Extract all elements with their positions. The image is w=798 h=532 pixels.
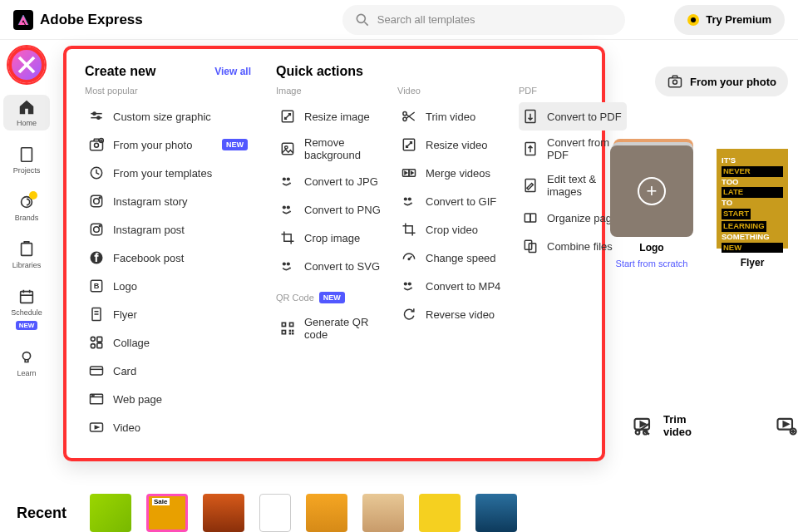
photo-icon	[88, 136, 105, 153]
menu-item-card[interactable]: Card	[85, 357, 251, 385]
nav-learn[interactable]: Learn	[3, 345, 50, 381]
create-menu-panel: Create new View all Most popular Custom …	[63, 46, 605, 461]
svg-point-25	[99, 225, 101, 227]
menu-item-convert-to-gif[interactable]: Convert to GIF	[397, 187, 505, 215]
share-video-icon	[775, 414, 798, 437]
brand-logo[interactable]: Adobe Express	[13, 10, 143, 30]
trim-video-tile[interactable]: Trim video	[632, 413, 708, 438]
logo-card[interactable]: + Logo Start from scratch	[610, 145, 693, 268]
view-all-link[interactable]: View all	[214, 66, 251, 77]
close-create-button[interactable]	[8, 47, 45, 83]
camera-icon	[667, 73, 683, 90]
pdffrom-icon	[522, 140, 539, 157]
svg-point-75	[404, 282, 407, 285]
brand-name: Adobe Express	[40, 12, 143, 28]
search-placeholder: Search all templates	[377, 13, 475, 26]
menu-item-instagram-story[interactable]: Instagram story	[85, 187, 251, 215]
recent-thumb[interactable]	[306, 494, 347, 532]
recent-thumb[interactable]	[475, 494, 517, 532]
share-video-tile[interactable]	[775, 413, 798, 438]
custom-icon	[88, 108, 105, 125]
nav-projects[interactable]: Projects	[3, 142, 50, 178]
app-header: Adobe Express Search all templates Try P…	[0, 0, 798, 40]
pdf-icon	[522, 108, 539, 125]
svg-rect-80	[525, 214, 530, 222]
svg-line-1	[364, 22, 367, 25]
recent-thumb[interactable]	[90, 494, 131, 532]
svg-point-22	[99, 197, 101, 199]
svg-rect-6	[22, 244, 32, 256]
menu-item-crop-video[interactable]: Crop video	[397, 215, 505, 244]
menu-item-facebook-post[interactable]: Facebook post	[85, 244, 251, 272]
menu-item-crop-image[interactable]: Crop image	[276, 224, 384, 252]
menu-item-convert-to-jpg[interactable]: Convert to JPG	[276, 167, 384, 195]
menu-item-custom-size-graphic[interactable]: Custom size graphic	[85, 102, 251, 131]
premium-icon	[687, 14, 699, 26]
menu-item-from-your-photo[interactable]: From your photoNEW	[85, 131, 251, 159]
menu-item-convert-to-png[interactable]: Convert to PNG	[276, 195, 384, 224]
menu-item-instagram-post[interactable]: Instagram post	[85, 215, 251, 244]
svg-point-49	[287, 205, 290, 209]
menu-item-remove-background[interactable]: Remove background	[276, 131, 384, 167]
menu-item-reverse-video[interactable]: Reverse video	[397, 300, 505, 328]
menu-item-collage[interactable]: Collage	[85, 328, 251, 357]
svg-rect-59	[292, 330, 294, 332]
menu-item-from-your-templates[interactable]: From your templates	[85, 159, 251, 187]
from-your-photo-button[interactable]: From your photo	[655, 66, 788, 96]
svg-marker-69	[405, 171, 407, 174]
menu-item-video[interactable]: Video	[85, 413, 251, 441]
nav-schedule[interactable]: Schedule NEW	[3, 284, 50, 333]
menu-item-web-page[interactable]: Web page	[85, 385, 251, 413]
nav-home[interactable]: Home	[3, 95, 50, 131]
menu-item-generate-qr-code[interactable]: Generate QR code	[276, 310, 384, 347]
menu-item-convert-to-pdf[interactable]: Convert to PDF	[519, 102, 627, 131]
menu-item-resize-video[interactable]: Resize video	[397, 131, 505, 159]
menu-item-change-speed[interactable]: Change speed	[397, 244, 505, 272]
svg-rect-57	[283, 331, 285, 333]
nav-libraries[interactable]: Libraries	[3, 237, 50, 273]
menu-item-merge-videos[interactable]: Merge videos	[397, 159, 505, 187]
svg-rect-82	[525, 240, 531, 249]
fb-icon	[88, 249, 105, 266]
convert-icon	[279, 258, 296, 274]
try-premium-button[interactable]: Try Premium	[674, 5, 785, 35]
menu-item-logo[interactable]: BLogo	[85, 272, 251, 300]
ig-icon	[88, 193, 105, 209]
flyer-icon	[88, 306, 105, 323]
most-popular-label: Most popular	[85, 86, 251, 96]
recent-thumb[interactable]	[203, 494, 244, 532]
removebg-icon	[279, 140, 296, 157]
menu-item-convert-to-mp4[interactable]: Convert to MP4	[397, 272, 505, 300]
recent-thumb[interactable]	[362, 494, 404, 532]
edit-icon	[522, 177, 539, 194]
svg-rect-61	[292, 332, 294, 335]
flyer-card[interactable]: IT'S NEVER TOO LATE TO START LEARNING SO…	[713, 145, 791, 268]
svg-point-21	[94, 199, 100, 204]
search-input[interactable]: Search all templates	[342, 5, 625, 35]
menu-item-resize-image[interactable]: Resize image	[276, 102, 384, 131]
menu-item-trim-video[interactable]: Trim video	[397, 102, 505, 131]
svg-rect-7	[21, 292, 33, 303]
recent-thumb[interactable]	[259, 494, 291, 532]
merge-icon	[401, 165, 417, 181]
svg-point-88	[636, 431, 640, 435]
svg-point-85	[673, 80, 677, 84]
crop-icon	[401, 221, 417, 238]
organize-icon	[522, 209, 539, 226]
menu-item-convert-to-svg[interactable]: Convert to SVG	[276, 252, 384, 280]
recent-thumb[interactable]: Sale	[146, 494, 188, 532]
video-icon	[88, 419, 105, 436]
card-icon	[88, 362, 105, 379]
svg-point-40	[93, 395, 94, 396]
svg-point-24	[94, 227, 100, 233]
svg-point-51	[287, 262, 290, 265]
home-icon	[17, 98, 36, 116]
svg-point-50	[283, 262, 286, 265]
create-new-heading: Create new	[85, 64, 155, 79]
svg-rect-36	[91, 367, 103, 375]
recent-thumb[interactable]	[419, 494, 461, 532]
schedule-icon	[17, 288, 36, 306]
menu-item-flyer[interactable]: Flyer	[85, 300, 251, 328]
nav-brands[interactable]: Brands	[3, 190, 50, 225]
start-from-scratch-link[interactable]: Start from scratch	[616, 259, 688, 268]
